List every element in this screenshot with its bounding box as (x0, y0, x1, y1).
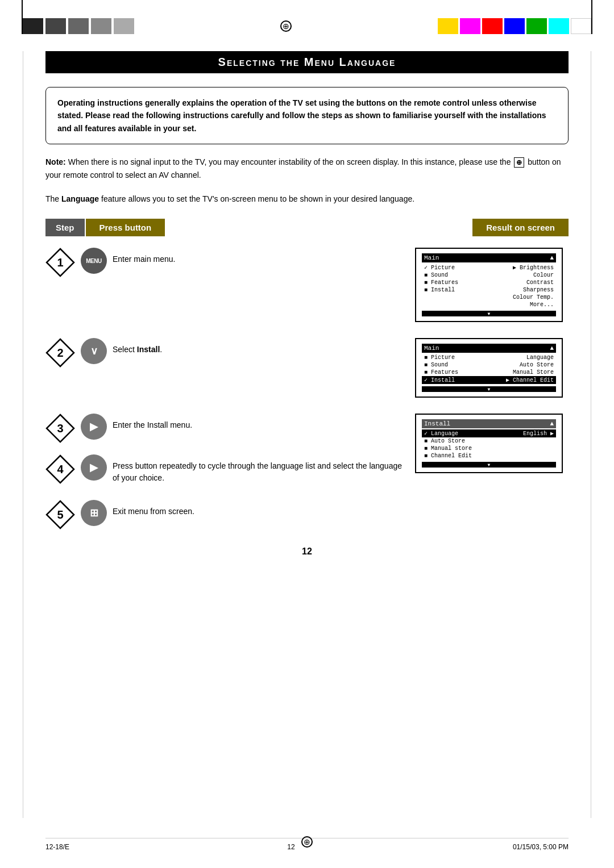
note-av-icon: ⊕ (514, 157, 524, 168)
intro-text2: feature allows you to set the TV's on-sc… (101, 194, 414, 203)
color-block-green (526, 18, 547, 34)
step-5-left: 5 ⊞ Exit menu from screen. (45, 500, 408, 529)
step-row-4: 4 ▶ Press button repeatedly to cycle thr… (45, 454, 408, 484)
step-1-left: 1 MENU Enter main menu. (45, 248, 408, 277)
step-row-3: 3 ▶ Enter the Install menu. (45, 414, 408, 443)
tv-s2-row4: ✓ Install▶ Channel Edit (422, 376, 556, 384)
color-block-3 (68, 18, 89, 34)
step-4-num: 4 (45, 454, 75, 484)
tv-s3-row4: ■ Channel Edit (422, 452, 556, 460)
step-5-num: 5 (45, 500, 75, 529)
step-4-desc-text: Press button repeatedly to cycle through… (113, 461, 402, 482)
tv-screen-2: Main ▲ ■ PictureLanguage ■ SoundAuto Sto… (415, 338, 563, 398)
step-1-desc: Enter main menu. (113, 248, 408, 265)
step-2-desc: Select Install. (113, 338, 408, 356)
tv-screen-3: Install ▲ ✓ LanguageEnglish ▶ ■ Auto Sto… (415, 414, 563, 473)
note-paragraph: Note: When there is no signal input to t… (45, 156, 569, 181)
intro-feature: Language (61, 194, 99, 203)
tv-screen-3-inner: Install ▲ ✓ LanguageEnglish ▶ ■ Auto Sto… (418, 417, 559, 470)
tv-s2-bottom: ▼ (422, 386, 556, 392)
gray-blocks (23, 18, 134, 34)
color-block-red (482, 18, 503, 34)
step-4-button: ▶ (81, 454, 107, 481)
main-content: Selecting the Menu Language Operating in… (45, 51, 569, 557)
intro-paragraph: The Language feature allows you to set t… (45, 193, 569, 205)
tv-s1-bottom: ▼ (422, 311, 556, 316)
color-block-2 (45, 18, 66, 34)
tv-screen-2-inner: Main ▲ ■ PictureLanguage ■ SoundAuto Sto… (418, 341, 559, 394)
step-3-desc: Enter the Install menu. (113, 414, 408, 431)
step-2-left: 2 ∨ Select Install. (45, 338, 408, 368)
color-block-magenta (460, 18, 480, 34)
crosshair-icon: ⊕ (280, 20, 292, 32)
all-steps: 1 MENU Enter main menu. Main ▲ ✓ Picture (45, 248, 569, 529)
tv-s2-row2: ■ SoundAuto Store (422, 361, 556, 369)
header-step: Step (45, 219, 85, 236)
tv-screen-1-title: Main ▲ (422, 253, 556, 262)
page-number: 12 (45, 546, 569, 557)
tv-screen-1-inner: Main ▲ ✓ Picture▶ Brightness ■ SoundColo… (418, 251, 559, 319)
bottom-crosshair: ⊕ (301, 836, 313, 848)
top-bar: ⊕ (0, 16, 614, 36)
step-4-left: 4 ▶ Press button repeatedly to cycle thr… (45, 454, 408, 484)
bottom-crosshair-icon: ⊕ (301, 836, 313, 848)
note-text1: When there is no signal input to the TV,… (68, 157, 511, 166)
step-2-button: ∨ (81, 338, 107, 364)
steps-3-4-container: 3 ▶ Enter the Install menu. (45, 414, 569, 484)
color-block-cyan (549, 18, 569, 34)
color-block-4 (91, 18, 111, 34)
footer-left: 12-18/E (45, 843, 69, 851)
note-label: Note: (45, 157, 68, 166)
step-row-1: 1 MENU Enter main menu. Main ▲ ✓ Picture (45, 248, 569, 322)
tv-s1-row2: ■ SoundColour (422, 272, 556, 279)
tv-s3-row2: ■ Auto Store (422, 437, 556, 445)
step-1-button: MENU (81, 248, 107, 274)
tv-s1-row5: Colour Temp. (422, 294, 556, 301)
right-margin-line (591, 51, 591, 818)
step-3-left: 3 ▶ Enter the Install menu. (45, 414, 408, 443)
left-margin-line (23, 51, 23, 818)
step-2-number: 2 (57, 347, 63, 360)
step-3-number: 3 (57, 422, 63, 435)
tv-s1-row6: More... (422, 301, 556, 308)
footer-right: 01/15/03, 5:00 PM (513, 843, 569, 851)
top-center-crosshair: ⊕ (134, 20, 438, 32)
step-3-num: 3 (45, 414, 75, 443)
step-5-desc: Exit menu from screen. (113, 500, 408, 518)
step-4-number: 4 (57, 463, 63, 476)
tv-screen-1: Main ▲ ✓ Picture▶ Brightness ■ SoundColo… (415, 248, 563, 322)
steps-3-4-screen: Install ▲ ✓ LanguageEnglish ▶ ■ Auto Sto… (415, 414, 569, 473)
step-1-num: 1 (45, 248, 75, 277)
color-block-1 (23, 18, 43, 34)
color-block-blue (504, 18, 525, 34)
tv-s1-row4: ■ InstallSharpness (422, 286, 556, 294)
step-5-desc-text: Exit menu from screen. (113, 507, 194, 516)
tv-s1-row1: ✓ Picture▶ Brightness (422, 264, 556, 272)
notice-box: Operating instructions generally explain… (45, 87, 569, 144)
tv-s3-row1: ✓ LanguageEnglish ▶ (422, 429, 556, 437)
steps-3-4-left: 3 ▶ Enter the Install menu. (45, 414, 408, 484)
step-3-desc-text: Enter the Install menu. (113, 420, 192, 429)
step-4-desc: Press button repeatedly to cycle through… (113, 454, 408, 484)
tv-screen-2-title: Main ▲ (422, 344, 556, 353)
color-blocks-left (23, 18, 134, 34)
tv-s3-bottom: ▼ (422, 462, 556, 468)
step-row-2: 2 ∨ Select Install. Main ▲ ■ PictureLang (45, 338, 569, 398)
color-blocks-right (438, 18, 591, 34)
color-block-yellow (438, 18, 458, 34)
tv-s3-row3: ■ Manual store (422, 445, 556, 452)
step-1-number: 1 (57, 256, 63, 269)
tv-screen-3-title: Install ▲ (422, 419, 556, 428)
color-block-5 (114, 18, 134, 34)
tv-s1-row3: ■ FeaturesContrast (422, 279, 556, 286)
intro-text1: The (45, 194, 59, 203)
step-3-button: ▶ (81, 414, 107, 440)
step-5-number: 5 (57, 508, 63, 521)
table-header-row: Step Press button Result on screen (45, 219, 569, 236)
step-1-desc-text: Enter main menu. (113, 254, 176, 264)
footer-center: 12 (287, 843, 294, 851)
step-2-num: 2 (45, 338, 75, 368)
header-press: Press button (86, 219, 165, 236)
step-2-screen: Main ▲ ■ PictureLanguage ■ SoundAuto Sto… (415, 338, 569, 398)
title-text: Selecting the Menu Language (218, 56, 396, 68)
